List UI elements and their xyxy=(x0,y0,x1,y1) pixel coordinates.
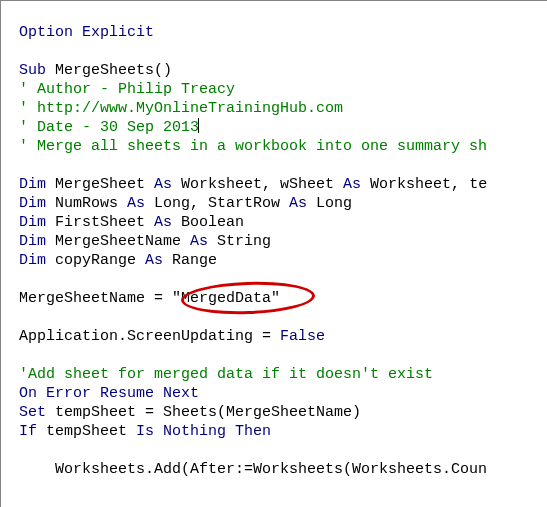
kw-dim: Dim xyxy=(19,176,46,193)
assign-screenupdating: Application.ScreenUpdating = xyxy=(19,328,280,345)
code-editor-pane[interactable]: Option Explicit Sub MergeSheets() ' Auth… xyxy=(0,0,547,507)
kw-option: Option Explicit xyxy=(19,24,154,41)
kw-dim: Dim xyxy=(19,252,46,269)
text-caret xyxy=(198,118,199,133)
comment-addsheet: 'Add sheet for merged data if it doesn't… xyxy=(19,366,433,383)
comment-author: ' Author - Philip Treacy xyxy=(19,81,235,98)
worksheets-add: Worksheets.Add(After:=Worksheets(Workshe… xyxy=(19,461,487,478)
kw-sub: Sub xyxy=(19,62,46,79)
comment-desc: ' Merge all sheets in a workbook into on… xyxy=(19,138,487,155)
kw-onerror: On Error Resume Next xyxy=(19,385,199,402)
kw-dim: Dim xyxy=(19,214,46,231)
comment-url: ' http://www.MyOnlineTrainingHub.com xyxy=(19,100,343,117)
string-mergeddata: "MergedData" xyxy=(172,290,280,307)
kw-if: If xyxy=(19,423,37,440)
assign-mergesheetname: MergeSheetName = xyxy=(19,290,172,307)
kw-dim: Dim xyxy=(19,233,46,250)
ident-mergesheets: MergeSheets() xyxy=(46,62,172,79)
comment-date: ' Date - 30 Sep 2013 xyxy=(19,119,199,136)
kw-set: Set xyxy=(19,404,46,421)
vba-source[interactable]: Option Explicit Sub MergeSheets() ' Auth… xyxy=(1,1,547,479)
kw-dim: Dim xyxy=(19,195,46,212)
